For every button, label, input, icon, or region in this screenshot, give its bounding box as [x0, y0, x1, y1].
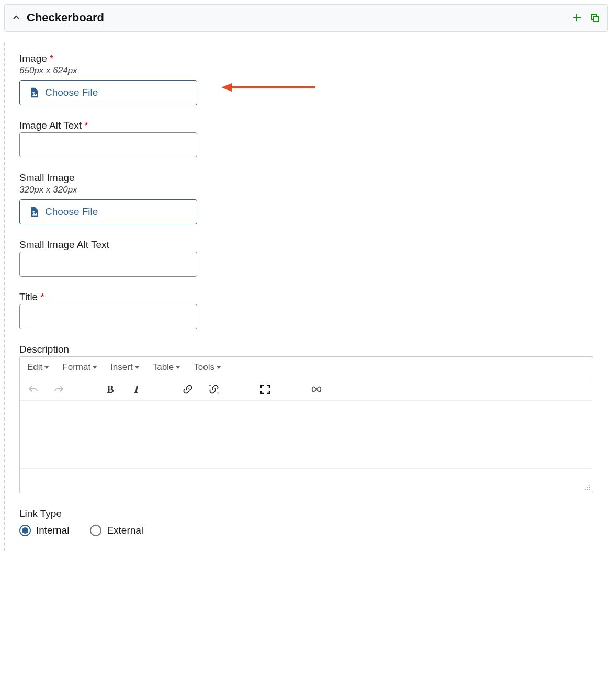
radio-label: Internal	[36, 525, 69, 536]
required-marker: *	[50, 53, 53, 64]
link-type-external[interactable]: External	[90, 525, 143, 536]
redo-icon	[54, 384, 64, 394]
image-alt-input[interactable]	[19, 132, 197, 157]
fullscreen-button[interactable]	[259, 383, 271, 395]
infinity-button[interactable]	[311, 383, 322, 395]
small-image-hint: 320px x 320px	[19, 185, 593, 195]
link-type-options: Internal External	[19, 525, 593, 536]
link-icon	[183, 384, 193, 394]
required-marker: *	[84, 120, 88, 131]
plus-icon	[572, 13, 582, 22]
svg-line-7	[218, 393, 219, 394]
image-hint: 650px x 624px	[19, 65, 593, 76]
small-image-alt-label: Small Image Alt Text	[19, 239, 593, 251]
infinity-icon	[311, 386, 322, 393]
svg-line-6	[210, 385, 211, 386]
redo-button[interactable]	[53, 383, 65, 395]
small-image-field: Small Image 320px x 320px Choose File	[19, 172, 593, 224]
choose-file-label: Choose File	[45, 206, 98, 218]
arrow-left-icon	[221, 82, 315, 93]
caret-down-icon	[44, 366, 49, 369]
fullscreen-icon	[260, 385, 270, 394]
svg-rect-1	[593, 16, 599, 22]
caret-down-icon	[135, 366, 139, 369]
unlink-button[interactable]	[208, 383, 220, 395]
undo-button[interactable]	[27, 383, 39, 395]
radio-icon	[90, 525, 101, 536]
image-alt-field: Image Alt Text *	[19, 120, 593, 157]
editor-menubar: Edit Format Insert Table Tools	[20, 357, 593, 378]
svg-point-11	[587, 487, 588, 488]
title-label: Title *	[19, 291, 593, 303]
link-type-label: Link Type	[19, 508, 593, 520]
panel-header: Checkerboard	[5, 5, 607, 31]
menu-table[interactable]: Table	[153, 362, 180, 372]
italic-button[interactable]: I	[131, 383, 142, 395]
description-field: Description Edit Format Insert Table Too…	[19, 344, 593, 493]
rich-text-editor: Edit Format Insert Table Tools B I	[19, 356, 593, 493]
copy-button[interactable]	[590, 13, 600, 23]
panel-title: Checkerboard	[27, 11, 572, 25]
caret-down-icon	[176, 366, 180, 369]
title-input[interactable]	[19, 304, 197, 329]
svg-point-2	[32, 92, 35, 94]
svg-point-9	[589, 485, 590, 486]
svg-point-13	[587, 489, 588, 490]
title-field: Title *	[19, 291, 593, 329]
editor-statusbar	[20, 469, 593, 493]
annotation-arrow	[221, 82, 315, 93]
small-image-alt-input[interactable]	[19, 252, 197, 277]
link-type-internal[interactable]: Internal	[19, 525, 69, 536]
image-alt-label: Image Alt Text *	[19, 120, 593, 131]
small-image-choose-file-button[interactable]: Choose File	[19, 199, 197, 224]
editor-content[interactable]	[20, 401, 593, 469]
image-file-icon	[28, 206, 40, 218]
add-button[interactable]	[572, 13, 582, 23]
small-image-label: Small Image	[19, 172, 593, 184]
link-type-field: Link Type Internal External	[19, 508, 593, 536]
svg-line-8	[210, 392, 211, 393]
image-field: Image * 650px x 624px Choose File	[19, 53, 593, 105]
required-marker: *	[40, 291, 44, 302]
svg-point-12	[589, 489, 590, 490]
radio-icon	[19, 525, 31, 536]
resize-grip-icon[interactable]	[584, 484, 591, 491]
svg-point-14	[585, 489, 586, 490]
editor-toolbar: B I	[20, 378, 593, 401]
caret-down-icon	[217, 366, 221, 369]
small-image-alt-field: Small Image Alt Text	[19, 239, 593, 277]
menu-tools[interactable]: Tools	[194, 362, 221, 372]
svg-point-5	[32, 211, 35, 213]
caret-down-icon	[93, 366, 97, 369]
image-file-icon	[28, 87, 40, 98]
svg-marker-4	[221, 83, 232, 92]
panel-body: Image * 650px x 624px Choose File	[4, 42, 608, 551]
image-choose-file-button[interactable]: Choose File	[19, 80, 197, 105]
copy-icon	[590, 13, 600, 23]
link-button[interactable]	[182, 383, 194, 395]
menu-insert[interactable]: Insert	[110, 362, 139, 372]
checkerboard-panel: Checkerboard	[4, 4, 608, 32]
chevron-up-icon	[13, 14, 20, 21]
menu-format[interactable]: Format	[62, 362, 97, 372]
image-label: Image *	[19, 53, 593, 64]
menu-edit[interactable]: Edit	[27, 362, 49, 372]
panel-actions	[572, 13, 600, 23]
unlink-icon	[209, 384, 219, 394]
radio-label: External	[107, 525, 143, 536]
description-label: Description	[19, 344, 593, 355]
svg-point-10	[589, 487, 590, 488]
undo-icon	[28, 384, 38, 394]
collapse-toggle[interactable]	[12, 14, 20, 22]
choose-file-label: Choose File	[45, 87, 98, 98]
bold-button[interactable]: B	[105, 383, 116, 395]
